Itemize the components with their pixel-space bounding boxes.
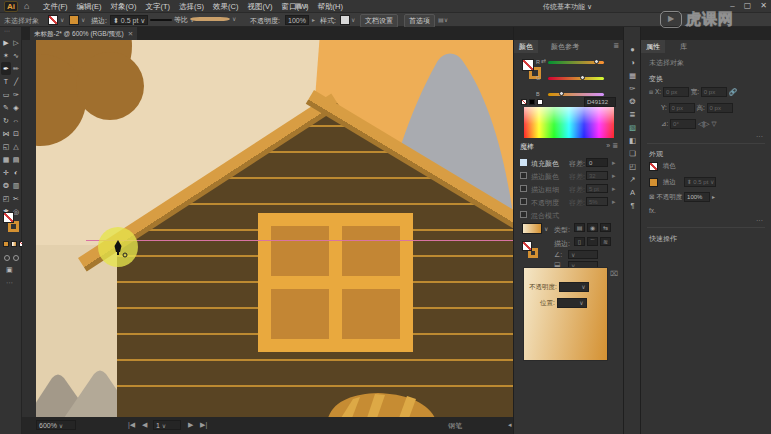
gradient-opacity-field[interactable]: ∨ [559, 282, 589, 292]
color-guide-panel-icon[interactable]: ◑ [624, 56, 641, 69]
stroke-swatch[interactable] [649, 178, 658, 187]
menu-item[interactable]: 效果(C) [213, 2, 238, 12]
opacity-chevron-icon[interactable]: ▸ [712, 194, 715, 200]
stroke-across-icon[interactable]: ≋ [600, 237, 611, 246]
color-spectrum[interactable] [524, 107, 614, 138]
menu-item[interactable]: 文件(F) [43, 2, 68, 12]
layers-panel-icon[interactable]: ❏ [624, 147, 641, 160]
canvas-pasteboard[interactable]: ∧ [22, 40, 535, 417]
perspective-grid-tool[interactable]: △ [11, 140, 21, 153]
column-graph-tool[interactable]: ▥ [11, 179, 21, 192]
tolerance-field[interactable]: 5 pt [586, 184, 608, 193]
app-logo[interactable]: Ai [4, 1, 18, 12]
stroke-weight-field[interactable]: ⬍ 0.5 pt ∨ [684, 177, 716, 187]
gradient-preview[interactable]: 不透明度: ∨ 位置: ∨ [524, 268, 607, 360]
screen-mode-icon[interactable]: ▣ [6, 266, 13, 274]
workspace-switcher[interactable]: 传统基本功能 ∨ [543, 2, 592, 12]
rectangle-tool[interactable]: ▭ [1, 88, 11, 101]
menu-item[interactable]: 编辑(E) [77, 2, 102, 12]
draw-normal-icon[interactable] [4, 255, 10, 261]
blend-tool[interactable]: ◐ [11, 166, 21, 179]
stroke-along-icon[interactable]: ⌒ [587, 237, 598, 246]
slider-track[interactable] [548, 77, 604, 80]
stroke-weight-field[interactable]: ⬍ 0.5 pt ∨ [110, 15, 148, 25]
gradient-location-field[interactable]: ∨ [557, 298, 587, 308]
lasso-tool[interactable]: ∿ [11, 49, 21, 62]
curvature-tool[interactable]: ✏ [11, 62, 21, 75]
width-field[interactable]: 0 px [701, 87, 727, 97]
mesh-tool[interactable]: ▦ [1, 153, 11, 166]
gradient-tool[interactable]: ▤ [11, 153, 21, 166]
gradient-fill-proxy[interactable] [522, 241, 532, 251]
draw-behind-icon[interactable] [13, 255, 19, 261]
prev-artboard-icon[interactable]: ◀ [142, 421, 147, 429]
color-mode-button[interactable] [3, 241, 9, 247]
brush-definition-select[interactable]: ∨ [190, 15, 236, 22]
scroll-left-icon[interactable]: ◂ [508, 421, 512, 429]
artboard-number-field[interactable]: 1 ∨ [153, 420, 181, 430]
transparency-panel-icon[interactable]: ◧ [624, 134, 641, 147]
tab-color-guide[interactable]: 颜色参考 [546, 40, 584, 53]
height-field[interactable]: 0 px [707, 103, 733, 113]
scale-tool[interactable]: ⇔ [11, 114, 21, 127]
menu-item[interactable]: 视图(V) [247, 2, 272, 12]
asset-export-panel-icon[interactable]: ↗ [624, 173, 641, 186]
stroke-panel-icon[interactable]: ≣ [624, 108, 641, 121]
style-swatch[interactable] [340, 15, 350, 25]
panel-menu-icon[interactable]: ≣ [613, 42, 619, 50]
flip-horizontal-icon[interactable]: ◁|▷ [698, 120, 710, 127]
document-tab[interactable]: 未标题-2* @ 600% (RGB/预览)✕ [30, 27, 137, 40]
color-panel-icon[interactable]: ● [624, 43, 641, 56]
linear-gradient-icon[interactable]: ▤ [574, 223, 585, 232]
gradient-swatch[interactable] [522, 223, 542, 234]
style-chevron-icon[interactable]: ∨ [351, 16, 355, 23]
tolerance-field[interactable]: 5% [586, 197, 608, 206]
paintbrush-tool[interactable]: ✑ [11, 88, 21, 101]
arrange-documents-icon[interactable]: ▦ ∨ [295, 2, 309, 10]
eraser-tool[interactable]: ◈ [11, 101, 21, 114]
transform-more-options[interactable]: ··· [756, 133, 763, 140]
slice-tool[interactable]: ✂ [11, 192, 21, 205]
zoom-level-field[interactable]: 600% ∨ [36, 420, 76, 430]
rotate-field[interactable]: 0° [670, 119, 696, 129]
tab-close-icon[interactable]: ✕ [128, 30, 133, 37]
stroke-profile-select[interactable]: 等比 ∨ [150, 15, 194, 25]
tab-libraries[interactable]: 库 [675, 40, 692, 53]
slider-thumb[interactable] [559, 91, 564, 96]
checkbox[interactable] [520, 198, 527, 205]
minimize-button[interactable]: – [730, 1, 734, 10]
tolerance-field[interactable]: 0 [586, 158, 608, 167]
none-swatch[interactable] [521, 99, 527, 105]
x-field[interactable]: 0 px [663, 87, 689, 97]
first-artboard-icon[interactable]: |◀ [128, 421, 135, 429]
width-tool[interactable]: ⋈ [1, 127, 11, 140]
preferences-button[interactable]: 首选项 [404, 14, 435, 28]
fill-chevron-icon[interactable]: ∨ [60, 16, 64, 23]
tab-color[interactable]: 颜色 [514, 40, 538, 53]
swatches-panel-icon[interactable]: ▦ [624, 69, 641, 82]
direct-selection-tool[interactable]: ▷ [11, 36, 21, 49]
paragraph-panel-icon[interactable]: ¶ [624, 199, 641, 212]
appearance-more-options[interactable]: ··· [756, 217, 763, 224]
gradient-angle-field[interactable]: ∨ [568, 250, 598, 259]
slider-track[interactable] [548, 61, 604, 64]
type-tool[interactable]: T [1, 75, 11, 88]
last-artboard-icon[interactable]: ▶| [200, 421, 207, 429]
reference-point-icon[interactable]: ⧈ [649, 88, 653, 95]
tolerance-field[interactable]: 32 [586, 171, 608, 180]
close-button[interactable]: ✕ [760, 1, 767, 10]
rotate-tool[interactable]: ↻ [1, 114, 11, 127]
pencil-tool[interactable]: ✎ [1, 101, 11, 114]
line-segment-tool[interactable]: ╱ [11, 75, 21, 88]
home-icon[interactable]: ⌂ [24, 1, 29, 12]
fill-color-swatch[interactable] [48, 15, 58, 25]
tolerance-chevron-icon[interactable]: ▸ [612, 172, 616, 180]
fill-swatch[interactable] [649, 162, 658, 171]
white-swatch[interactable] [537, 99, 543, 105]
free-transform-tool[interactable]: ⊡ [11, 127, 21, 140]
align-options-icon[interactable]: ▤∨ [438, 16, 448, 23]
slider-track[interactable] [548, 93, 604, 96]
slider-thumb[interactable] [580, 75, 585, 80]
maximize-button[interactable]: ▢ [744, 1, 752, 10]
artboards-panel-icon[interactable]: ◰ [624, 160, 641, 173]
